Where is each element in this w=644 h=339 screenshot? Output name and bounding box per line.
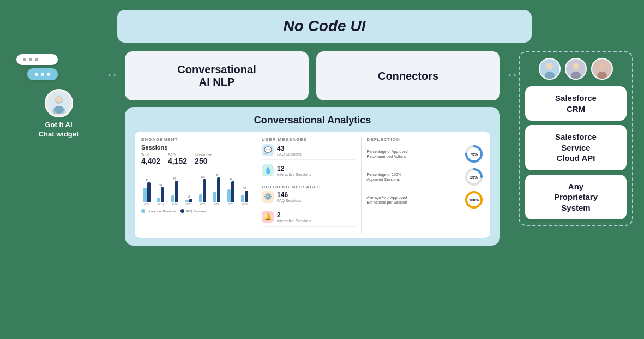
left-column: Got It AIChat widget xyxy=(11,51,106,139)
msg-number-out-interactive: 2 xyxy=(277,211,356,219)
msg-info-out-interactive: 2 Interactive Sessions xyxy=(277,211,356,223)
svg-point-4 xyxy=(54,106,64,114)
chat-widget-text: Got It AIChat widget xyxy=(39,121,79,139)
msg-row-faq: 💬 43 FAQ Sessions xyxy=(262,144,356,160)
bar-faq xyxy=(147,182,151,202)
bar-label-top: 146 xyxy=(214,174,219,177)
bar-faq xyxy=(203,179,206,202)
middle-boxes: ConversationalAI NLP Connectors xyxy=(125,51,500,100)
salesforce-crm-label: SalesforceCRM xyxy=(555,93,597,114)
stat-value-faq: 4,152 xyxy=(168,157,187,165)
msg-desc-out-faq: FAQ Sessions xyxy=(277,199,356,203)
salesforce-service-label: SalesforceServiceCloud API xyxy=(555,132,597,163)
bar-date: 8/24 xyxy=(242,203,248,206)
msg-icon-out-interactive: 🔔 xyxy=(262,211,274,223)
deflection-section: DEFLECTION Percentage of ApprovedRecomme… xyxy=(367,137,484,233)
analytics-title: Conversational Analytics xyxy=(135,115,490,126)
bar-faq xyxy=(231,181,234,202)
bar-date: 8/22 xyxy=(214,203,220,206)
avatar-3 xyxy=(591,58,613,80)
avatar-2 xyxy=(565,58,587,80)
legend-label-interactive: Interactive Sessions xyxy=(147,210,176,213)
bar-date: 8/21 xyxy=(200,203,206,206)
bar-date: 8/19 xyxy=(172,203,178,206)
left-arrow: ↔ xyxy=(106,68,118,82)
bar-label-top: 52 xyxy=(243,187,246,190)
bar-pair xyxy=(157,187,164,202)
avatar-icon-3 xyxy=(592,59,612,79)
user-avatar xyxy=(45,89,73,117)
bar-pair xyxy=(171,181,178,202)
bar-interactive xyxy=(185,200,189,202)
bar-faq xyxy=(175,181,178,202)
msg-info-interactive: 12 Interactive Sessions xyxy=(277,165,356,176)
stat-total: Total 4,402 xyxy=(141,153,160,165)
stat-interactive: Interactive 250 xyxy=(195,153,212,165)
bar-group: 998/19 xyxy=(169,177,180,206)
bar-chart: 988/17548/18998/19158/201068/211468/2292… xyxy=(141,169,250,207)
chat-bubble-1 xyxy=(16,54,58,65)
bar-pair xyxy=(185,199,192,202)
bar-faq xyxy=(245,191,248,202)
analytics-section: Conversational Analytics ENGAGEMENT Sess… xyxy=(125,107,500,246)
connectors-box: Connectors xyxy=(316,51,500,100)
bar-interactive xyxy=(143,188,147,202)
no-code-title: No Code UI xyxy=(284,17,366,34)
msg-icon-faq: 💬 xyxy=(262,144,274,156)
deflection-info-3: Average % of ApprovedBot Actions per Ses… xyxy=(367,195,461,205)
svg-point-3 xyxy=(56,97,62,103)
msg-info-faq: 43 FAQ Sessions xyxy=(277,145,356,156)
salesforce-crm-box: SalesforceCRM xyxy=(525,86,627,121)
legend-faq: FAQ Sessions xyxy=(180,209,207,213)
avatar-1 xyxy=(539,58,561,80)
bar-group: 928/23 xyxy=(225,177,237,206)
legend-dot-interactive xyxy=(141,209,145,213)
deflection-desc-1: Percentage of ApprovedRecommended Action… xyxy=(367,149,461,159)
engagement-label: ENGAGEMENT xyxy=(141,137,250,142)
right-panel: SalesforceCRM SalesforceServiceCloud API… xyxy=(519,51,633,226)
msg-desc-interactive: Interactive Sessions xyxy=(277,173,356,176)
stat-faq: FAQ 4,152 xyxy=(168,153,187,165)
msg-number-interactive: 12 xyxy=(277,165,356,173)
deflection-info-1: Percentage of ApprovedRecommended Action… xyxy=(367,149,461,159)
deflection-desc-2: Percentage of 100%Approved Sessions xyxy=(367,172,461,182)
bar-label-top: 15 xyxy=(187,195,190,198)
msg-row-interactive: 💧 12 Interactive Sessions xyxy=(262,164,356,180)
bar-group: 548/18 xyxy=(155,183,167,206)
chat-bubbles xyxy=(16,54,58,80)
main-container: No Code UI xyxy=(0,0,644,339)
bar-label-top: 54 xyxy=(159,183,162,187)
svg-point-18 xyxy=(599,63,605,69)
bar-interactive xyxy=(157,198,160,202)
bar-interactive xyxy=(213,192,216,203)
double-arrow-right-icon: ↔ xyxy=(507,68,519,82)
chat-widget-label: Got It AIChat widget xyxy=(39,121,79,139)
msg-number-faq: 43 xyxy=(277,145,356,152)
analytics-inner: ENGAGEMENT Sessions Total 4,402 FAQ 4,15… xyxy=(135,132,490,238)
center-column: ConversationalAI NLP Connectors Conversa… xyxy=(118,51,507,246)
nlp-label: ConversationalAI NLP xyxy=(177,63,256,88)
bar-pair xyxy=(227,181,234,202)
msg-desc-faq: FAQ Sessions xyxy=(277,152,356,156)
msg-row-out-faq: ⚙️ 146 FAQ Sessions xyxy=(262,191,356,206)
stat-value-total: 4,402 xyxy=(141,157,160,165)
progress-circle-1: 75% xyxy=(464,144,484,164)
salesforce-service-box: SalesforceServiceCloud API xyxy=(525,125,627,170)
proprietary-label: AnyProprietarySystem xyxy=(554,182,598,212)
bar-date: 8/17 xyxy=(144,203,149,206)
user-messages-label: User Messages xyxy=(262,137,356,142)
bar-date: 8/23 xyxy=(228,203,233,206)
stats-row: Total 4,402 FAQ 4,152 Interactive 250 xyxy=(141,153,250,165)
bar-date: 8/20 xyxy=(186,203,191,206)
stat-sublabel-total: Total xyxy=(141,153,160,157)
msg-info-out-faq: 146 FAQ Sessions xyxy=(277,191,356,203)
bar-interactive xyxy=(171,195,174,202)
engagement-section: ENGAGEMENT Sessions Total 4,402 FAQ 4,15… xyxy=(141,137,256,233)
bar-faq xyxy=(189,199,192,202)
msg-icon-interactive: 💧 xyxy=(262,164,274,176)
avatars-row xyxy=(525,58,627,80)
svg-point-15 xyxy=(573,63,579,69)
bar-pair xyxy=(143,182,151,202)
dot xyxy=(35,58,38,61)
bar-interactive xyxy=(199,194,202,202)
